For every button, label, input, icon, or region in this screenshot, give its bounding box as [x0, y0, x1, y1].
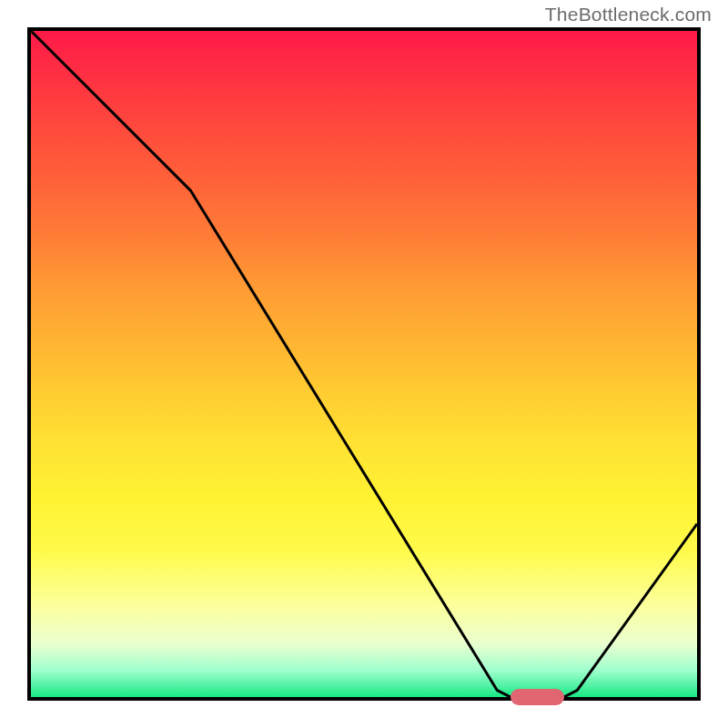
bottleneck-curve — [31, 31, 697, 697]
curve-layer — [31, 31, 697, 697]
plot-area — [27, 27, 701, 701]
chart-container: TheBottleneck.com — [0, 0, 728, 728]
optimal-range-marker — [511, 689, 564, 705]
watermark-text: TheBottleneck.com — [545, 4, 712, 25]
